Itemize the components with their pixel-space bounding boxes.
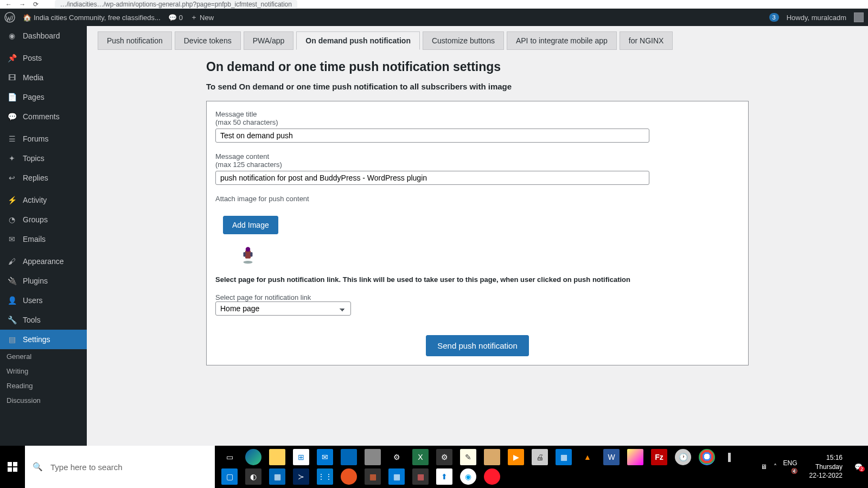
avatar[interactable]: [854, 12, 864, 22]
comments-link[interactable]: 💬0: [168, 14, 183, 22]
tab-customize-buttons[interactable]: Customize buttons: [423, 31, 504, 50]
tab-pwa-app[interactable]: PWA/app: [244, 31, 294, 50]
tab-device-tokens[interactable]: Device tokens: [175, 31, 241, 50]
send-push-button[interactable]: Send push notification: [426, 335, 529, 356]
sidebar-item-plugins[interactable]: 🔌Plugins: [0, 271, 87, 291]
task-view-icon[interactable]: ▭: [221, 449, 238, 465]
sidebar-item-groups[interactable]: ◔Groups: [0, 210, 87, 229]
app-icon[interactable]: [365, 449, 381, 465]
email-icon: ✉: [7, 234, 17, 245]
sidebar-item-activity[interactable]: ⚡Activity: [0, 190, 87, 210]
tab-api-to-integrate-mobile-app[interactable]: API to integrate mobile app: [507, 31, 617, 50]
app-icon[interactable]: ◉: [460, 468, 476, 485]
site-link[interactable]: 🏠India cities Community, free classified…: [23, 14, 161, 22]
app-icon[interactable]: ▢: [221, 468, 238, 485]
clock[interactable]: 15:16 Thursday 22-12-2022: [809, 453, 848, 480]
sidebar-subitem-general[interactable]: General: [0, 349, 87, 364]
printer-icon[interactable]: 🖨: [532, 449, 548, 465]
app-icon[interactable]: ▦: [365, 468, 381, 485]
tray-chevron-icon[interactable]: ˄: [774, 463, 777, 471]
browser-nav-icons: ← → ⟳: [5, 1, 44, 8]
sidebar-item-posts[interactable]: 📌Posts: [0, 48, 87, 68]
sidebar-item-settings[interactable]: ▤Settings: [0, 330, 87, 349]
svg-rect-9: [13, 467, 17, 472]
svg-rect-7: [13, 462, 17, 466]
app-icon[interactable]: ▦: [269, 468, 285, 485]
sidebar-subitem-writing[interactable]: Writing: [0, 364, 87, 378]
back-icon[interactable]: ←: [5, 1, 12, 8]
sidebar-item-tools[interactable]: 🔧Tools: [0, 310, 87, 330]
tray-monitor-icon[interactable]: 🖥: [761, 463, 767, 471]
app-icon[interactable]: ◐: [245, 468, 261, 485]
sidebar-subitem-reading[interactable]: Reading: [0, 378, 87, 393]
system-tray: 🖥 ˄ ENG 🔇 15:16 Thursday 22-12-2022 💬2: [755, 446, 868, 488]
tab-bar: Push notificationDevice tokensPWA/appOn …: [98, 31, 857, 50]
app-icon[interactable]: [341, 449, 357, 465]
store-icon[interactable]: ⊞: [293, 449, 309, 465]
sidebar-item-topics[interactable]: ✦Topics: [0, 149, 87, 168]
app-icon[interactable]: ▦: [412, 468, 429, 485]
sidebar-item-media[interactable]: 🎞Media: [0, 68, 87, 87]
wp-logo-icon[interactable]: [4, 12, 15, 23]
sidebar-item-replies[interactable]: ↩Replies: [0, 168, 87, 188]
app-icon[interactable]: [484, 449, 500, 465]
message-content-input[interactable]: [215, 171, 649, 185]
sidebar-item-users[interactable]: 👤Users: [0, 291, 87, 310]
reload-icon[interactable]: ⟳: [33, 1, 39, 8]
media-icon: 🎞: [7, 72, 17, 83]
calc-icon[interactable]: ▦: [556, 449, 572, 465]
home-icon: 🏠: [23, 14, 31, 22]
app-icon[interactable]: ⚙: [436, 449, 452, 465]
vscode-icon[interactable]: ⋮⋮: [317, 468, 333, 485]
edge-icon[interactable]: [245, 449, 261, 465]
action-center-icon[interactable]: 💬2: [854, 463, 863, 471]
sidebar-item-dashboard[interactable]: ◉Dashboard: [0, 26, 87, 46]
start-button[interactable]: [0, 446, 25, 488]
howdy-link[interactable]: Howdy, muralcadm: [787, 14, 846, 22]
plus-icon: ＋: [190, 12, 197, 22]
powershell-icon[interactable]: ≻: [293, 468, 309, 485]
app-icon[interactable]: [627, 449, 643, 465]
explorer-icon[interactable]: [269, 449, 285, 465]
tab-push-notification[interactable]: Push notification: [98, 31, 172, 50]
excel-icon[interactable]: X: [412, 449, 429, 465]
notepad-icon[interactable]: ✎: [460, 449, 476, 465]
sidebar-subitem-discussion[interactable]: Discussion: [0, 393, 87, 408]
app-icon[interactable]: ▦: [388, 468, 405, 485]
sidebar-item-forums[interactable]: ☰Forums: [0, 129, 87, 149]
sidebar-item-pages[interactable]: 📄Pages: [0, 87, 87, 107]
chrome-icon[interactable]: [699, 449, 715, 465]
select-page-dropdown[interactable]: Home page: [215, 301, 351, 316]
message-title-input[interactable]: [215, 129, 649, 143]
tray-lang-time[interactable]: ENG 🔇: [783, 459, 803, 476]
app-icon[interactable]: ⬆: [436, 468, 452, 485]
add-image-button[interactable]: Add Image: [223, 216, 278, 234]
mail-icon[interactable]: ✉: [317, 449, 333, 465]
notification-badge[interactable]: 3: [769, 13, 779, 22]
word-icon[interactable]: W: [603, 449, 620, 465]
tab-on-demand-push-notification[interactable]: On demand push notification: [296, 31, 420, 50]
sidebar-item-comments[interactable]: 💬Comments: [0, 107, 87, 126]
sidebar-item-emails[interactable]: ✉Emails: [0, 229, 87, 249]
admin-sidebar: ◉Dashboard📌Posts🎞Media📄Pages💬Comments☰Fo…: [0, 26, 87, 488]
clock-icon[interactable]: 🕐: [675, 449, 691, 465]
vlc-icon[interactable]: ▲: [579, 449, 596, 465]
form-container: Message title (max 50 characters) Messag…: [206, 101, 749, 365]
svg-rect-5: [250, 252, 252, 257]
sidebar-item-appearance[interactable]: 🖌Appearance: [0, 252, 87, 271]
filezilla-icon[interactable]: Fz: [651, 449, 667, 465]
terminal-icon[interactable]: ▌: [723, 449, 739, 465]
settings-icon[interactable]: ⚙: [388, 449, 405, 465]
opera-icon[interactable]: [484, 468, 500, 485]
sidebar-item-label: Tools: [23, 316, 41, 324]
tab-for-nginx[interactable]: for NGINX: [620, 31, 673, 50]
attached-image-thumbnail[interactable]: [237, 244, 259, 266]
new-link[interactable]: ＋New: [190, 12, 214, 22]
ubuntu-icon[interactable]: [341, 468, 357, 485]
taskbar-search[interactable]: 🔍 Type here to search: [25, 446, 215, 488]
video-icon[interactable]: ▶: [508, 449, 524, 465]
url-bar[interactable]: …/indiacities…/wp-admin/options-general.…: [55, 0, 297, 9]
sidebar-item-label: Emails: [23, 235, 46, 243]
sidebar-item-label: Plugins: [23, 277, 48, 285]
forward-icon[interactable]: →: [19, 1, 25, 8]
